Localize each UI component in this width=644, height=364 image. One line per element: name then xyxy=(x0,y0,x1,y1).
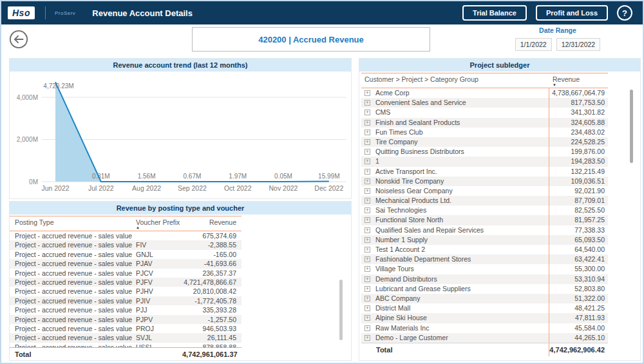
expand-icon[interactable]: + xyxy=(365,227,370,233)
trial-balance-button[interactable]: Trial Balance xyxy=(462,5,527,21)
date-from-input[interactable]: 1/1/2022 xyxy=(515,38,552,51)
posting-row[interactable]: Project - accrued revenue - sales valueU… xyxy=(10,343,242,347)
posting-row[interactable]: Project - accrued revenue - sales valueP… xyxy=(10,269,242,278)
subledger-table-body: +Acme Corp4,738,667,064.79+Convenient Sa… xyxy=(361,88,608,343)
expand-icon[interactable]: + xyxy=(365,100,370,106)
expand-icon[interactable]: + xyxy=(365,286,370,292)
scrollbar-thumb[interactable] xyxy=(630,90,633,163)
posting-table: Posting Type Voucher Prefix▲ Revenue Pro… xyxy=(10,216,351,361)
revenue-value: 77,338.33 xyxy=(549,225,608,235)
cell: USSL xyxy=(136,343,182,347)
expand-icon[interactable]: + xyxy=(365,90,370,96)
expand-icon[interactable]: + xyxy=(365,198,370,204)
posting-table-title: Revenue by posting type and voucher xyxy=(10,202,351,215)
subledger-row[interactable]: +Nonskid Tire Company109,036.51 xyxy=(361,177,608,186)
subledger-row[interactable]: +Sai Technologies82,525.50 xyxy=(361,206,608,215)
revenue-value: 48,421.25 xyxy=(549,303,608,313)
svg-text:1.97M: 1.97M xyxy=(229,173,247,180)
revenue-value: 132,215.49 xyxy=(549,167,608,177)
subledger-row[interactable]: +ABC Company51,322.00 xyxy=(361,294,608,303)
subledger-row[interactable]: +CMS341,301.82 xyxy=(361,108,608,117)
subledger-row[interactable]: +Demo - Large Customer44,265.10 xyxy=(361,333,608,343)
expand-icon[interactable]: + xyxy=(365,129,370,135)
help-icon[interactable]: ? xyxy=(617,5,632,21)
subledger-row[interactable]: +Village Tours55,300.00 xyxy=(361,264,608,274)
expand-icon[interactable]: + xyxy=(365,335,370,341)
subledger-row[interactable]: +Convenient Sales and Service817,753.50 xyxy=(361,98,608,108)
posting-total-value: 4,742,961,061.37 xyxy=(182,348,236,361)
posting-row[interactable]: Project - accrued revenue - sales valueP… xyxy=(10,259,242,268)
subledger-row[interactable]: +Lubricant and Grease Suppliers52,803.80 xyxy=(361,284,608,294)
vertical-scrollbar[interactable] xyxy=(630,88,634,345)
expand-icon[interactable]: + xyxy=(365,139,370,145)
subledger-row[interactable]: +Active Transport Inc.132,215.49 xyxy=(361,167,608,177)
expand-icon[interactable]: + xyxy=(365,315,370,321)
expand-icon[interactable]: + xyxy=(365,237,370,243)
subledger-row[interactable]: +Tire Company224,528.25 xyxy=(361,137,608,147)
cell: Project - accrued revenue - sales value xyxy=(10,315,136,324)
subledger-row[interactable]: +Finish and Sealant Products324,605.88 xyxy=(361,118,608,128)
subledger-row[interactable]: +Qualified Sales and Repair Services77,3… xyxy=(361,225,608,235)
customer-name: Acme Corp xyxy=(375,88,549,98)
expand-icon[interactable]: + xyxy=(365,207,370,213)
subledger-row[interactable]: +Test 1 Account 264,540.00 xyxy=(361,245,608,254)
expand-icon[interactable]: + xyxy=(365,149,370,155)
subledger-row[interactable]: +District Mall48,421.25 xyxy=(361,303,608,313)
subledger-row[interactable]: +Number 1 Supply65,093.50 xyxy=(361,235,608,245)
subledger-row[interactable]: +Functional Store North81,957.25 xyxy=(361,215,608,225)
posting-row[interactable]: Project - accrued revenue - sales valueP… xyxy=(10,296,242,305)
expand-icon[interactable]: + xyxy=(365,325,370,331)
expand-icon[interactable]: + xyxy=(365,256,370,262)
posting-row[interactable]: Project - accrued revenue - sales valueP… xyxy=(10,324,242,333)
expand-icon[interactable]: + xyxy=(365,305,370,311)
subledger-row[interactable]: +Fun Times Club234,483.02 xyxy=(361,128,608,137)
expand-icon[interactable]: + xyxy=(365,296,370,302)
subledger-row[interactable]: +Acme Corp4,738,667,064.79 xyxy=(361,88,608,98)
column-header-hierarchy[interactable]: Customer > Project > Category Group xyxy=(361,75,549,87)
date-to-input[interactable]: 12/31/2022 xyxy=(556,38,601,51)
cell: Project - accrued revenue - sales value xyxy=(10,305,136,314)
column-header-voucher-prefix[interactable]: Voucher Prefix▲ xyxy=(136,218,182,229)
posting-row[interactable]: Project - accrued revenue - sales valueP… xyxy=(10,315,242,324)
trend-chart-panel: Revenue account trend (last 12 months) 4… xyxy=(9,58,352,199)
expand-icon[interactable]: + xyxy=(365,276,370,282)
expand-icon[interactable]: + xyxy=(365,178,370,184)
posting-row[interactable]: Project - accrued revenue - sales valueG… xyxy=(10,250,242,259)
scrollbar-thumb[interactable] xyxy=(339,280,343,340)
profit-and-loss-button[interactable]: Profit and Loss xyxy=(536,5,608,21)
expand-icon[interactable]: + xyxy=(365,266,370,272)
subledger-row[interactable]: +Demand Distributors53,310.94 xyxy=(361,274,608,284)
posting-row[interactable]: Project - accrued revenue - sales valueP… xyxy=(10,278,242,287)
customer-name: Sai Technologies xyxy=(375,206,549,215)
column-header-revenue[interactable]: Revenue xyxy=(182,218,236,229)
posting-row[interactable]: Project - accrued revenue - sales valueS… xyxy=(10,333,242,342)
back-button[interactable] xyxy=(9,30,28,49)
vertical-scrollbar[interactable] xyxy=(339,234,343,342)
posting-row[interactable]: Project - accrued revenue - sales valueF… xyxy=(10,240,242,249)
subledger-row[interactable]: +Raw Materials Inc45,584.00 xyxy=(361,323,608,333)
expand-icon[interactable]: + xyxy=(365,217,370,223)
expand-icon[interactable]: + xyxy=(365,110,370,115)
posting-row[interactable]: Project - accrued revenue - sales valueP… xyxy=(10,305,242,314)
posting-row[interactable]: Project - accrued revenue - sales valueP… xyxy=(10,287,242,296)
svg-text:Jul 2022: Jul 2022 xyxy=(88,184,114,192)
revenue-value: 341,301.82 xyxy=(549,108,608,117)
posting-row[interactable]: Project - accrued revenue - sales value6… xyxy=(10,231,242,240)
subledger-row[interactable]: +Mechanical Products Ltd.87,709.01 xyxy=(361,196,608,206)
subledger-row[interactable]: +Quitting Business Distributors199,876.0… xyxy=(361,147,608,157)
subledger-row[interactable]: +1194,283.50 xyxy=(361,157,608,166)
column-header-posting-type[interactable]: Posting Type xyxy=(10,218,136,229)
trend-area-chart[interactable]: 4,000M2,000M0M4,720.23M0.31M1.56M0.67M1.… xyxy=(10,72,351,198)
expand-icon[interactable]: + xyxy=(365,247,370,253)
customer-name: Noiseless Gear Company xyxy=(375,186,549,196)
subledger-row[interactable]: +Noiseless Gear Company92,021.90 xyxy=(361,186,608,196)
expand-icon[interactable]: + xyxy=(365,120,370,126)
expand-icon[interactable]: + xyxy=(365,169,370,175)
subledger-row[interactable]: +Fashionable Department Stores63,422.41 xyxy=(361,254,608,264)
expand-icon[interactable]: + xyxy=(365,158,370,164)
subledger-panel: Project subledger Customer > Project > C… xyxy=(359,58,641,361)
revenue-value: 64,540.00 xyxy=(549,245,608,254)
column-header-revenue[interactable]: Revenue▼ xyxy=(549,75,608,87)
expand-icon[interactable]: + xyxy=(365,188,370,194)
subledger-row[interactable]: +Alpine Ski House47,811.93 xyxy=(361,313,608,323)
